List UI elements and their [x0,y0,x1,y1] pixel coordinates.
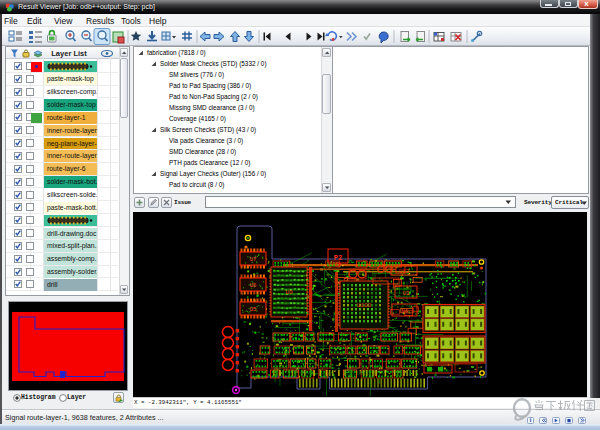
svg-text:N4: N4 [401,308,408,315]
svg-text:U6: U6 [250,282,257,289]
svg-text:U7: U7 [250,256,257,263]
svg-text:P2: P2 [334,254,342,262]
svg-text:U12: U12 [399,268,409,275]
svg-text:U3: U3 [403,290,410,297]
svg-text:U9: U9 [285,289,293,296]
svg-text:U5: U5 [250,306,257,313]
svg-text:U100: U100 [357,302,372,309]
